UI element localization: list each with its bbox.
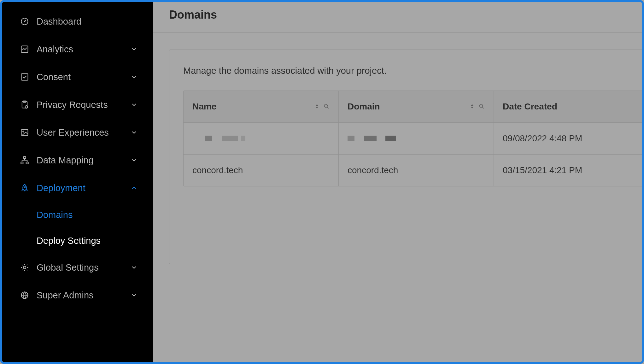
column-header-domain[interactable]: Domain [339, 91, 494, 122]
sidebar-item-analytics[interactable]: Analytics [2, 35, 153, 63]
image-icon [20, 127, 30, 138]
table-row[interactable]: 09/08/2022 4:48 PM [184, 123, 642, 155]
sidebar-item-deployment[interactable]: Deployment [2, 174, 153, 202]
cell-domain [339, 123, 494, 154]
redacted-content [192, 136, 245, 141]
sidebar-item-privacy-requests[interactable]: Privacy Requests [2, 91, 153, 119]
chevron-down-icon [131, 264, 138, 271]
column-header-label: Domain [348, 102, 469, 112]
clipboard-icon [20, 100, 30, 110]
svg-point-1 [24, 21, 25, 22]
cell-name [184, 123, 339, 154]
svg-line-18 [482, 107, 484, 109]
sidebar-item-label: User Experiences [37, 127, 131, 138]
sidebar-subitem-label: Deploy Settings [37, 236, 101, 246]
sidebar-item-global-settings[interactable]: Global Settings [2, 254, 153, 281]
chevron-down-icon [131, 292, 138, 299]
sort-icon[interactable] [314, 102, 320, 112]
sidebar-item-label: Privacy Requests [37, 100, 131, 110]
sidebar-subitem-deploy-settings[interactable]: Deploy Settings [2, 228, 153, 254]
table-header: Name Domain [184, 91, 642, 123]
svg-rect-9 [24, 156, 26, 158]
divider [153, 32, 642, 32]
svg-point-12 [24, 186, 26, 188]
svg-point-8 [23, 131, 24, 132]
sidebar-item-super-admins[interactable]: Super Admins [2, 281, 153, 309]
chevron-down-icon [131, 73, 138, 80]
sidebar-item-dashboard[interactable]: Dashboard [2, 8, 153, 35]
cell-name: concord.tech [184, 155, 339, 186]
sidebar-item-label: Analytics [37, 44, 131, 55]
sidebar-item-user-experiences[interactable]: User Experiences [2, 119, 153, 146]
svg-rect-7 [21, 130, 28, 136]
sidebar-item-data-mapping[interactable]: Data Mapping [2, 146, 153, 174]
sidebar-item-label: Dashboard [37, 16, 138, 27]
table-row[interactable]: concord.tech concord.tech 03/15/2021 4:2… [184, 155, 642, 186]
column-header-label: Date Created [503, 102, 633, 112]
chevron-up-icon [131, 185, 138, 191]
search-icon[interactable] [323, 102, 330, 112]
card-description: Manage the domains associated with your … [169, 66, 642, 91]
chevron-down-icon [131, 157, 138, 164]
sidebar-item-label: Data Mapping [37, 155, 131, 166]
svg-point-15 [324, 104, 327, 107]
column-header-label: Name [192, 102, 314, 112]
chevron-down-icon [131, 129, 138, 136]
svg-line-16 [327, 107, 329, 109]
domains-table: Name Domain [183, 91, 642, 186]
sort-icon[interactable] [469, 102, 475, 112]
sidebar-item-label: Consent [37, 72, 131, 82]
main-content: Domains Manage the domains associated wi… [153, 2, 642, 362]
column-header-name[interactable]: Name [184, 91, 339, 122]
search-icon[interactable] [478, 102, 485, 112]
page-title: Domains [169, 6, 642, 32]
globe-icon [20, 290, 30, 300]
cell-date: 09/08/2022 4:48 PM [494, 123, 642, 154]
chevron-down-icon [131, 46, 138, 53]
column-header-date-created[interactable]: Date Created [494, 91, 642, 122]
app-frame: Dashboard Analytics Consent Privac [0, 0, 644, 364]
sidebar-subitem-label: Domains [37, 210, 73, 220]
svg-point-17 [479, 104, 483, 107]
cell-domain: concord.tech [339, 155, 494, 186]
cell-date: 03/15/2021 4:21 PM [494, 155, 642, 186]
rocket-icon [20, 183, 30, 193]
sidebar-item-label: Deployment [37, 183, 131, 193]
gear-icon [20, 262, 30, 273]
sitemap-icon [20, 155, 30, 165]
svg-point-13 [23, 266, 26, 269]
chart-icon [20, 44, 30, 54]
redacted-content [348, 136, 396, 141]
svg-rect-11 [26, 162, 28, 164]
svg-rect-3 [21, 74, 28, 80]
checkbox-icon [20, 72, 30, 82]
sidebar-subitem-domains[interactable]: Domains [2, 202, 153, 228]
sidebar-item-label: Super Admins [37, 290, 131, 301]
sidebar-item-consent[interactable]: Consent [2, 63, 153, 91]
domains-card: Manage the domains associated with your … [169, 50, 642, 264]
sidebar: Dashboard Analytics Consent Privac [2, 2, 153, 362]
sidebar-item-label: Global Settings [37, 262, 131, 273]
chevron-down-icon [131, 101, 138, 108]
gauge-icon [20, 16, 30, 26]
svg-rect-10 [21, 162, 23, 164]
